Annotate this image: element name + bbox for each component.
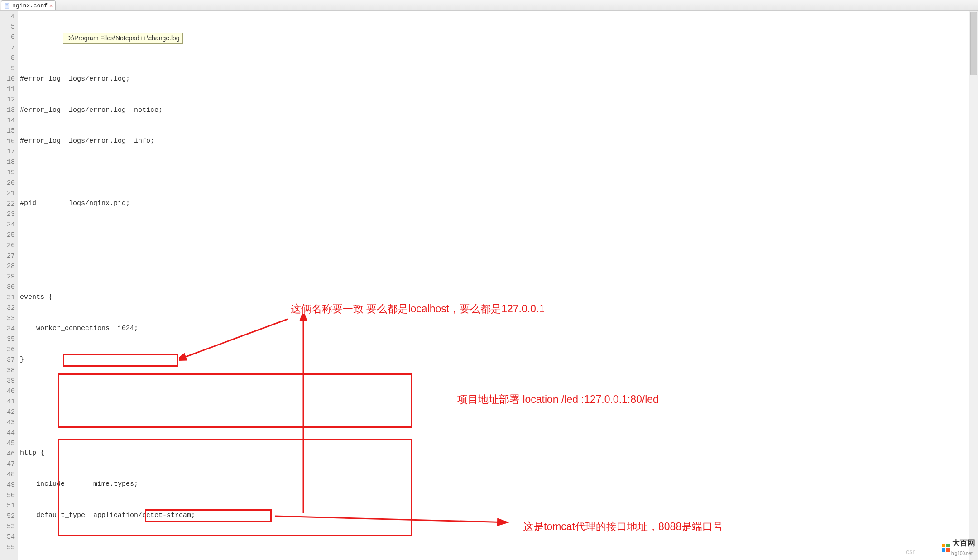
line-number: 17 (0, 147, 15, 158)
line-number: 37 (0, 355, 15, 366)
code-line: #error_log logs/error.log; (20, 74, 978, 85)
line-number: 53 (0, 522, 15, 532)
line-number: 38 (0, 366, 15, 376)
watermark-text: 大百网 (952, 539, 975, 547)
code-line (20, 168, 978, 178)
line-number: 21 (0, 189, 15, 199)
line-number: 42 (0, 407, 15, 418)
line-number: 30 (0, 282, 15, 293)
code-line: #error_log logs/error.log info; (20, 136, 978, 147)
svg-rect-3 (6, 6, 8, 6)
line-number: 31 (0, 293, 15, 303)
code-line (20, 261, 978, 272)
code-line: include mime.types; (20, 479, 978, 490)
close-icon[interactable]: ✕ (49, 2, 53, 9)
line-number: 23 (0, 210, 15, 220)
tab-bar: nginx.conf ✕ (0, 0, 978, 11)
line-number: 43 (0, 418, 15, 428)
line-number: 54 (0, 532, 15, 543)
line-number: 5 (0, 22, 15, 33)
line-number: 34 (0, 324, 15, 335)
line-number: 47 (0, 459, 15, 470)
line-number: 10 (0, 74, 15, 85)
svg-rect-2 (6, 5, 8, 5)
code-line (20, 542, 978, 552)
line-number: 51 (0, 501, 15, 512)
line-number: 19 (0, 168, 15, 178)
watermark-logo-icon (941, 543, 950, 552)
annotation-text-3: 这是tomcat代理的接口地址，8088是端口号 (523, 520, 723, 534)
code-line (20, 43, 978, 53)
path-tooltip: D:\Program Files\Notepad++\change.log (63, 33, 183, 44)
code-line (20, 417, 978, 427)
line-number: 29 (0, 272, 15, 282)
line-number: 13 (0, 105, 15, 116)
code-line: worker_connections 1024; (20, 324, 978, 334)
scrollbar[interactable] (969, 11, 978, 560)
line-number: 6 (0, 33, 15, 43)
watermark-sub: big100.net (951, 551, 973, 556)
line-number: 41 (0, 397, 15, 407)
line-number: 50 (0, 491, 15, 501)
line-number: 55 (0, 543, 15, 553)
file-icon (4, 3, 10, 9)
file-tab[interactable]: nginx.conf ✕ (1, 0, 56, 10)
line-number: 22 (0, 199, 15, 210)
code-line: events { (20, 292, 978, 303)
line-number: 52 (0, 512, 15, 522)
line-number: 8 (0, 53, 15, 64)
line-number: 14 (0, 116, 15, 126)
svg-rect-1 (6, 4, 8, 5)
line-number: 36 (0, 345, 15, 355)
code-line: http { (20, 448, 978, 459)
line-number-gutter: 4567891011121314151617181920212223242526… (0, 11, 18, 560)
code-line: } (20, 355, 978, 365)
line-number: 49 (0, 480, 15, 491)
line-number: 27 (0, 251, 15, 262)
line-number: 40 (0, 387, 15, 397)
line-number: 45 (0, 439, 15, 449)
line-number: 39 (0, 376, 15, 387)
code-line: default_type application/octet-stream; (20, 511, 978, 521)
csf-mark: csr (906, 548, 915, 555)
svg-rect-7 (942, 544, 945, 547)
annotation-text-2: 项目地址部署 location /led :127.0.0.1:80/led (457, 392, 659, 407)
annotation-text-1: 这俩名称要一致 要么都是localhost，要么都是127.0.0.1 (291, 302, 545, 316)
code-line: #pid logs/nginx.pid; (20, 199, 978, 209)
svg-rect-10 (946, 548, 950, 552)
tab-label: nginx.conf (12, 2, 48, 9)
line-number: 4 (0, 12, 15, 22)
line-number: 24 (0, 220, 15, 230)
line-number: 48 (0, 470, 15, 480)
code-line: #error_log logs/error.log notice; (20, 105, 978, 116)
line-number: 18 (0, 158, 15, 168)
code-line (20, 230, 978, 240)
code-editor: 4567891011121314151617181920212223242526… (0, 11, 978, 560)
svg-rect-8 (946, 544, 950, 547)
line-number: 7 (0, 43, 15, 53)
line-number: 16 (0, 137, 15, 147)
code-area[interactable]: D:\Program Files\Notepad++\change.log #e… (18, 11, 978, 560)
line-number: 46 (0, 449, 15, 459)
line-number: 9 (0, 64, 15, 74)
line-number: 12 (0, 95, 15, 105)
line-number: 25 (0, 230, 15, 241)
line-number: 44 (0, 428, 15, 439)
line-number: 33 (0, 314, 15, 324)
line-number: 32 (0, 303, 15, 314)
scroll-thumb[interactable] (970, 12, 977, 75)
line-number: 28 (0, 262, 15, 272)
line-number: 20 (0, 178, 15, 189)
line-number: 26 (0, 241, 15, 251)
svg-rect-9 (942, 548, 945, 552)
line-number: 11 (0, 85, 15, 95)
line-number: 15 (0, 126, 15, 137)
watermark: 大百网big100.net (941, 538, 975, 557)
line-number: 35 (0, 335, 15, 345)
